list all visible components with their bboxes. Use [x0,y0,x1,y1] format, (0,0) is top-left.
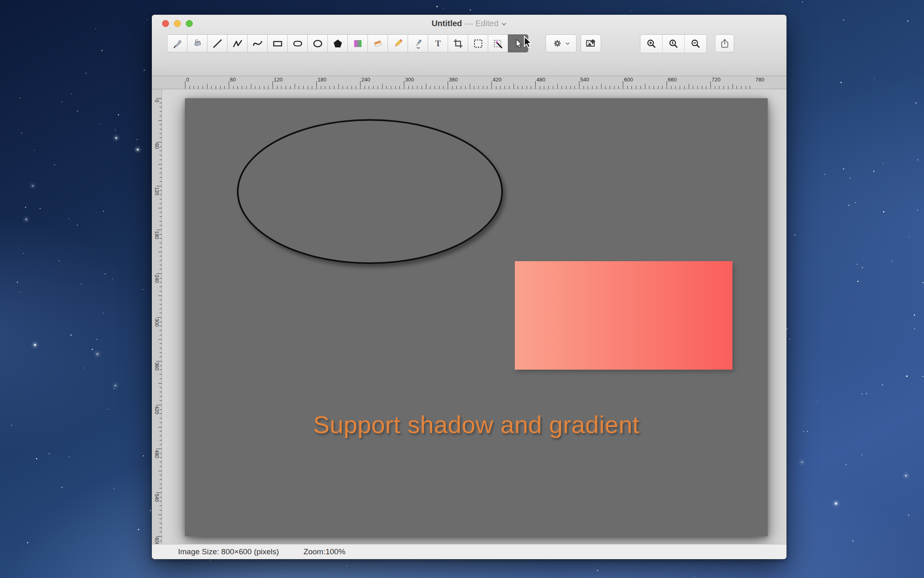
tool-marquee[interactable] [468,34,488,52]
tool-gradient[interactable] [347,34,368,52]
tool-paint-bucket[interactable] [187,34,207,52]
h-ruler-label: 660 [668,77,677,83]
window-chrome: Untitled — Edited [152,15,787,76]
share-button[interactable] [715,34,734,52]
ruler-tick [553,86,553,89]
star [807,431,808,432]
ruler-tick [160,177,162,178]
star [92,349,93,350]
star [27,542,28,543]
ruler-tick [710,81,711,89]
star [115,385,116,386]
ruler-tick [487,86,487,89]
drawing-canvas[interactable]: Support shadow and gradient [185,98,768,536]
star [922,282,924,283]
ruler-tick [160,366,162,366]
ruler-tick [160,519,162,519]
zoom-out-button[interactable] [684,35,706,53]
tool-crop[interactable] [448,34,468,52]
ruler-tick [684,86,685,89]
zoom-in-button[interactable] [640,35,662,53]
tool-knife[interactable] [408,34,428,52]
gradient-rectangle-shape[interactable] [515,261,732,370]
ruler-tick [242,86,242,89]
star [103,313,104,314]
star [77,225,78,226]
ruler-tick [461,86,461,89]
tool-text[interactable] [428,34,448,52]
ruler-tick [382,84,383,89]
ruler-tick [360,81,361,89]
star [137,149,139,151]
ruler-tick [158,252,162,252]
star [77,111,78,112]
ruler-tick [408,86,409,89]
ruler-tick [160,510,162,510]
star [70,334,72,336]
star [794,235,796,236]
title-chevron-down-icon[interactable] [501,22,507,26]
ruler-tick [160,440,162,440]
star [49,453,50,454]
tool-polyline[interactable] [227,34,248,52]
ruler-tick [654,86,654,89]
star [841,82,842,83]
ruler-tick [329,86,330,89]
ruler-tick [160,457,162,458]
star [86,73,86,74]
h-ruler-label: 360 [449,77,458,83]
star [137,139,137,140]
tool-pentagon[interactable] [327,34,348,52]
ruler-tick [338,84,339,89]
ruler-tick [160,322,162,322]
star [32,185,34,187]
tool-rounded-rectangle[interactable] [287,34,308,52]
pencil-icon [392,38,403,49]
canvas-text[interactable]: Support shadow and gradient [185,411,768,439]
star [114,388,115,389]
star [857,281,859,282]
tool-color-picker[interactable] [167,34,187,52]
share-icon [719,38,730,49]
canvas-scroll-area[interactable]: 060120180240300360420480540600 Support s… [152,89,787,544]
star [118,114,119,115]
star [96,353,99,355]
ellipse-shape[interactable] [237,119,503,264]
ruler-tick [732,84,733,89]
star [143,455,144,456]
tool-eraser[interactable] [367,34,388,52]
tool-ellipse[interactable] [307,34,328,52]
tool-palette [167,34,528,52]
settings-button[interactable] [545,34,577,52]
ruler-tick [719,86,719,89]
ruler-tick [160,453,162,454]
star [909,237,910,237]
ruler-tick [160,243,162,243]
ruler-tick [160,418,162,418]
tool-curve[interactable] [247,34,268,52]
window-titlebar[interactable]: Untitled — Edited [152,15,787,32]
ruler-tick [649,86,649,89]
star [905,475,907,476]
star [883,211,884,212]
tool-rectangle[interactable] [267,34,288,52]
v-ruler-label: 540 [154,494,160,502]
star [694,577,695,578]
tool-pencil[interactable] [388,34,408,52]
ruler-tick [255,86,255,89]
zoom-actual-size-button[interactable] [662,35,684,53]
tool-magic-wand[interactable] [488,34,508,52]
h-ruler-label: 240 [361,77,370,83]
ruler-tick [160,484,162,484]
ruler-tick [522,86,523,89]
ruler-tick [160,212,162,212]
ruler-tick [273,81,273,89]
ruler-tick [237,86,238,89]
star [83,368,84,368]
knife-icon [412,38,424,49]
insert-image-button[interactable] [581,34,601,52]
ruler-tick [321,86,321,89]
ruler-tick [737,86,737,89]
ruler-tick [224,86,225,89]
tool-line[interactable] [207,34,228,52]
